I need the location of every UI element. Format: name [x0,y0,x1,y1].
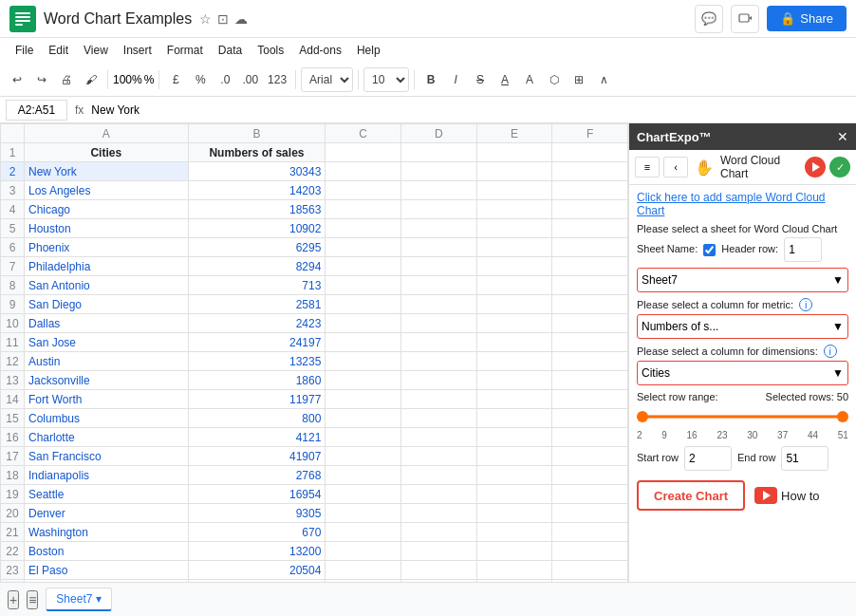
share-button[interactable]: 🔒 ChartExpo™ Share [767,6,847,31]
end-row-input[interactable] [781,446,828,471]
cell-city-24[interactable]: Nashville-Davidson [25,580,189,583]
cell-sales-19[interactable]: 16954 [188,485,326,504]
cell-sales-7[interactable]: 8294 [188,257,326,276]
metric-select-dropdown[interactable]: Numbers of s... ▼ [637,314,848,339]
sheet-tab-sheet7[interactable]: Sheet7 ▾ [46,588,112,611]
slider-thumb-right[interactable] [837,411,848,422]
cell-city-11[interactable]: San Jose [25,333,189,352]
menu-insert[interactable]: Insert [118,42,158,59]
cell-sales-6[interactable]: 6295 [188,238,326,257]
percent-button[interactable]: % [189,67,212,92]
menu-tools[interactable]: Tools [251,42,289,59]
cell-city-22[interactable]: Boston [25,542,189,561]
cell-sales-2[interactable]: 30343 [188,162,326,181]
cell-city-4[interactable]: Chicago [25,200,189,219]
chevron-up-button[interactable]: ∧ [592,67,615,92]
number-format-button[interactable]: 123 [264,67,290,92]
col-header-A[interactable]: A [25,124,189,143]
folder-icon[interactable]: ⊡ [217,11,229,27]
header-sales[interactable]: Numbers of sales [188,143,326,162]
header-cities[interactable]: Cities [25,143,189,162]
panel-close-button[interactable]: ✕ [837,129,848,144]
paint-format-button[interactable]: 🖌 [80,67,102,92]
cell-city-6[interactable]: Phoenix [25,238,189,257]
fill-color-button[interactable]: ⬡ [543,67,566,92]
zoom-control[interactable]: 100% % [113,73,154,86]
font-family-select[interactable]: Arial [301,67,353,92]
create-chart-button[interactable]: Create Chart [637,480,745,511]
cell-sales-15[interactable]: 800 [188,409,326,428]
bold-button[interactable]: B [419,67,442,92]
cell-city-16[interactable]: Charlotte [25,428,189,447]
cell-sales-3[interactable]: 14203 [188,181,326,200]
how-to-label[interactable]: How to [781,489,819,503]
col-header-C[interactable]: C [326,124,401,143]
menu-file[interactable]: File [9,42,39,59]
undo-button[interactable]: ↩ [6,67,28,92]
menu-addons[interactable]: Add-ons [293,42,347,59]
menu-data[interactable]: Data [213,42,248,59]
star-icon[interactable]: ☆ [199,11,212,27]
dimension-select-dropdown[interactable]: Cities ▼ [637,361,848,385]
panel-settings-button[interactable]: ✓ [829,157,850,177]
header-row-checkbox[interactable] [703,244,716,256]
cell-sales-11[interactable]: 24197 [188,333,326,352]
slider-thumb-left[interactable] [637,411,648,422]
cell-city-8[interactable]: San Antonio [25,276,189,295]
cell-sales-22[interactable]: 13200 [188,542,326,561]
col-header-D[interactable]: D [401,124,477,143]
cell-city-13[interactable]: Jacksonville [25,371,189,390]
cell-sales-10[interactable]: 2423 [188,314,326,333]
cell-city-18[interactable]: Indianapolis [25,466,189,485]
add-sheet-button[interactable]: + [8,590,19,609]
cell-city-9[interactable]: San Diego [25,295,189,314]
panel-back-tab[interactable]: ‹ [663,157,688,177]
cell-city-10[interactable]: Dallas [25,314,189,333]
cloud-icon[interactable]: ☁ [234,11,248,27]
cell-city-17[interactable]: San Francisco [25,447,189,466]
cell-city-2[interactable]: New York [25,162,189,181]
sheet-select-dropdown[interactable]: Sheet7 ▼ [637,268,848,292]
sample-chart-link[interactable]: Click here to add sample Word Cloud Char… [637,191,848,217]
cell-city-7[interactable]: Philadelphia [25,257,189,276]
youtube-icon[interactable] [754,487,777,504]
menu-format[interactable]: Format [161,42,209,59]
cell-sales-5[interactable]: 10902 [188,219,326,238]
decimal-increase-button[interactable]: .00 [238,67,262,92]
col-header-E[interactable]: E [476,124,552,143]
cell-sales-23[interactable]: 20504 [188,561,326,580]
italic-button[interactable]: I [444,67,467,92]
menu-edit[interactable]: Edit [43,42,74,59]
col-header-B[interactable]: B [188,124,326,143]
present-icon-btn[interactable] [731,5,759,33]
cell-sales-18[interactable]: 2768 [188,466,326,485]
cell-city-19[interactable]: Seattle [25,485,189,504]
cell-sales-24[interactable]: 23383 [188,580,326,583]
cell-city-5[interactable]: Houston [25,219,189,238]
panel-play-button[interactable] [805,157,826,177]
cell-city-20[interactable]: Denver [25,504,189,523]
col-header-F[interactable]: F [552,124,628,143]
menu-help[interactable]: Help [351,42,386,59]
cell-sales-14[interactable]: 11977 [188,390,326,409]
cell-sales-20[interactable]: 9305 [188,504,326,523]
print-button[interactable]: 🖨 [55,67,78,92]
comment-icon-btn[interactable]: 💬 [695,5,723,33]
cell-city-14[interactable]: Fort Worth [25,390,189,409]
cell-sales-17[interactable]: 41907 [188,447,326,466]
cell-city-21[interactable]: Washington [25,523,189,542]
cell-city-15[interactable]: Columbus [25,409,189,428]
cell-sales-13[interactable]: 1860 [188,371,326,390]
underline-button[interactable]: A [493,67,516,92]
cell-sales-16[interactable]: 4121 [188,428,326,447]
row-range-slider[interactable] [637,407,848,426]
font-size-select[interactable]: 10 [363,67,409,92]
borders-button[interactable]: ⊞ [568,67,590,92]
sheet-list-button[interactable]: ≡ [27,590,38,609]
start-row-input[interactable] [684,446,732,471]
cell-sales-21[interactable]: 670 [188,523,326,542]
cell-city-12[interactable]: Austin [25,352,189,371]
currency-button[interactable]: £ [164,67,187,92]
cell-sales-4[interactable]: 18563 [188,200,326,219]
decimal-decrease-button[interactable]: .0 [214,67,236,92]
